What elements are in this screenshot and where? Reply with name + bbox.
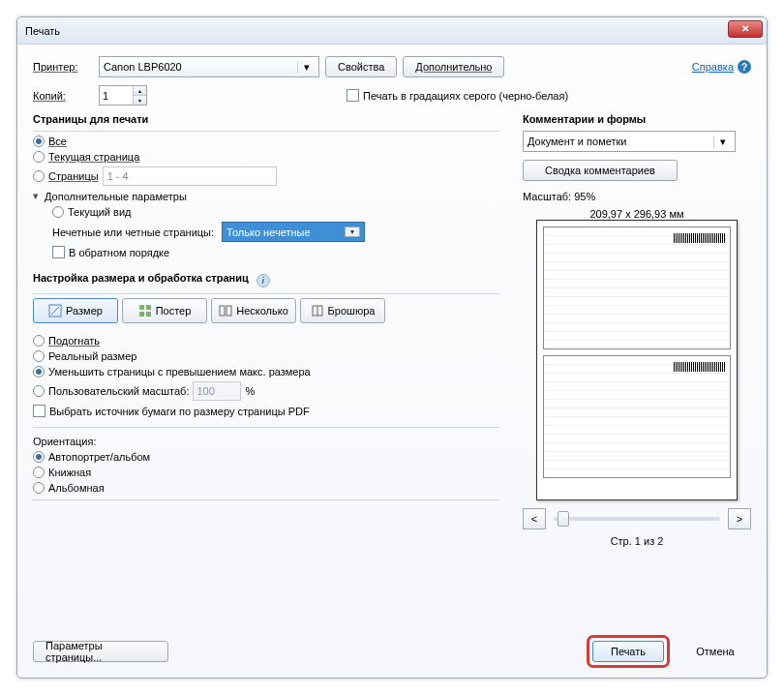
radio-range[interactable] — [33, 170, 45, 182]
copies-input[interactable] — [100, 86, 133, 105]
preview-dimensions: 209,97 x 296,93 мм — [589, 208, 683, 220]
svg-rect-4 — [146, 312, 151, 317]
svg-rect-1 — [139, 305, 144, 310]
printer-select[interactable]: Canon LBP6020 ▾ — [99, 56, 319, 77]
custom-scale-input: 100 — [193, 381, 241, 401]
spin-up[interactable]: ▴ — [133, 86, 146, 95]
printer-value: Canon LBP6020 — [104, 61, 182, 73]
multiple-icon — [219, 304, 232, 317]
oddeven-label: Нечетные или четные страницы: — [52, 227, 214, 238]
spin-down[interactable]: ▾ — [133, 95, 146, 105]
radio-auto-orient[interactable] — [33, 451, 45, 463]
tab-multiple[interactable]: Несколько — [211, 298, 296, 323]
page-setup-button[interactable]: Параметры страницы... — [33, 641, 168, 662]
comments-select[interactable]: Документ и пометки ▾ — [523, 131, 736, 152]
preview-doc-1 — [543, 227, 731, 349]
radio-fit[interactable] — [33, 335, 45, 347]
help-icon[interactable]: ? — [738, 60, 751, 74]
grayscale-checkbox[interactable] — [347, 89, 359, 102]
tab-booklet[interactable]: Брошюра — [300, 298, 385, 323]
preview-next-button[interactable]: > — [728, 508, 751, 529]
oddeven-select[interactable]: Только нечетные ▾ — [222, 222, 365, 242]
radio-shrink[interactable] — [33, 366, 45, 378]
cancel-button[interactable]: Отмена — [679, 641, 751, 662]
help-link[interactable]: Справка — [692, 61, 734, 73]
svg-rect-5 — [220, 306, 225, 316]
chevron-down-icon: ▾ — [297, 61, 315, 74]
booklet-icon — [311, 304, 324, 317]
print-dialog: Печать ✕ Принтер: Canon LBP6020 ▾ Свойст… — [16, 16, 768, 679]
chevron-down-icon: ▾ — [713, 136, 731, 148]
chevron-down-icon: ▾ — [345, 227, 360, 237]
tab-poster[interactable]: Постер — [122, 298, 207, 323]
preview-slider[interactable] — [554, 517, 720, 521]
radio-all[interactable] — [33, 136, 45, 147]
pages-range-input[interactable] — [103, 166, 277, 186]
titlebar: Печать ✕ — [17, 17, 767, 45]
radio-current[interactable] — [33, 151, 45, 163]
preview-doc-2 — [543, 355, 731, 478]
dialog-title: Печать — [25, 25, 60, 37]
preview-page-counter: Стр. 1 из 2 — [611, 535, 664, 547]
copies-spinner[interactable]: ▴ ▾ — [99, 85, 147, 106]
close-button[interactable]: ✕ — [728, 20, 763, 38]
grayscale-label: Печать в градациях серого (черно-белая) — [363, 90, 568, 102]
poster-icon — [138, 304, 152, 317]
preview-prev-button[interactable]: < — [523, 508, 546, 529]
radio-current-view[interactable] — [52, 206, 64, 218]
preview-scale: Масштаб: 95% — [523, 191, 595, 202]
svg-rect-2 — [146, 305, 151, 310]
comments-title: Комментарии и формы — [523, 113, 751, 125]
orientation-label: Ориентация: — [33, 436, 499, 447]
comments-summary-button[interactable]: Сводка комментариев — [523, 160, 678, 181]
size-icon — [48, 304, 62, 317]
radio-actual[interactable] — [33, 350, 45, 362]
preview-frame — [536, 220, 738, 500]
printer-label: Принтер: — [33, 61, 93, 73]
paper-source-checkbox[interactable] — [33, 405, 45, 417]
info-icon[interactable]: i — [256, 274, 270, 287]
radio-landscape[interactable] — [33, 482, 45, 494]
print-highlight: Печать — [587, 635, 670, 668]
radio-custom[interactable] — [33, 385, 45, 397]
print-button[interactable]: Печать — [592, 641, 664, 662]
advanced-button[interactable]: Дополнительно — [403, 56, 504, 77]
svg-rect-6 — [226, 306, 231, 316]
pages-group-title: Страницы для печати — [33, 113, 499, 125]
properties-button[interactable]: Свойства — [325, 56, 397, 77]
copies-label: Копий: — [33, 90, 93, 102]
radio-portrait[interactable] — [33, 467, 45, 478]
slider-thumb[interactable] — [558, 511, 569, 527]
svg-rect-3 — [139, 312, 144, 317]
tab-size[interactable]: Размер — [33, 298, 118, 323]
expand-toggle[interactable]: ▾ — [33, 190, 45, 202]
reverse-checkbox[interactable] — [52, 246, 65, 258]
sizing-group-title: Настройка размера и обработка страниц — [33, 272, 249, 284]
